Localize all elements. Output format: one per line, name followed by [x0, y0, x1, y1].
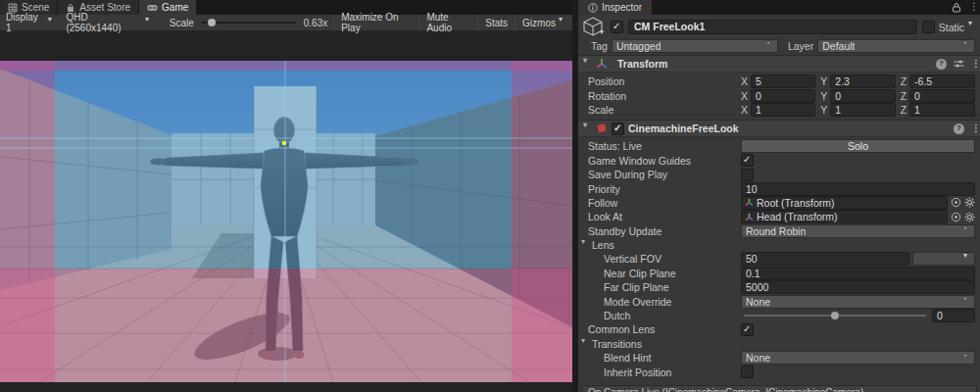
transitions-foldout[interactable]: Transitions	[578, 337, 980, 351]
position-label: Position	[578, 75, 741, 87]
cinemachine-enabled-checkbox[interactable]	[612, 122, 624, 135]
position-y-field[interactable]: 2.3	[830, 74, 895, 88]
inspector-menu-icon[interactable]	[969, 2, 973, 13]
mode-override-dropdown[interactable]: None	[741, 295, 975, 309]
lens-foldout[interactable]: Lens	[578, 238, 980, 252]
mute-audio-button[interactable]: Mute Audio	[418, 15, 477, 30]
game-window-guides-label: Game Window Guides	[578, 155, 741, 167]
tag-layer-row: Tag Untagged Layer Default	[582, 39, 975, 52]
axis-z-label: Z	[901, 104, 906, 116]
chevron-down-icon[interactable]	[968, 24, 975, 30]
transform-rows: Position X5 Y2.3 Z-6.5 Rotation X0 Y0 Z0	[578, 73, 980, 120]
game-render-viewport[interactable]	[0, 61, 572, 382]
chevron-down-icon	[963, 42, 970, 49]
cinemachine-header[interactable]: CinemachineFreeLook	[578, 121, 980, 137]
gameobject-header: CM FreeLook1 Static Tag Untagged Layer D…	[578, 15, 980, 55]
gizmos-dropdown[interactable]: Gizmos	[514, 15, 572, 30]
inherit-position-row: Inherit Position	[578, 365, 980, 378]
game-window-guides-checkbox[interactable]	[741, 154, 754, 167]
scale-y-field[interactable]: 1	[830, 103, 895, 117]
game-window-guides-row: Game Window Guides	[578, 154, 980, 168]
cinemachine-hard-zone-top[interactable]	[0, 61, 572, 71]
status-label: Status: Live	[578, 140, 741, 152]
help-icon[interactable]	[954, 123, 964, 134]
cinemachine-soft-zone[interactable]	[55, 71, 512, 269]
scale-z-field[interactable]: 1	[909, 103, 975, 117]
gameobject-name-field[interactable]: CM FreeLook1	[628, 20, 917, 34]
dutch-slider-knob[interactable]	[831, 312, 839, 319]
axis-z-label: Z	[901, 75, 906, 87]
dutch-row: Dutch 0	[578, 309, 980, 322]
blend-hint-dropdown[interactable]: None	[741, 351, 975, 365]
transform-icon	[745, 213, 754, 221]
inherit-position-checkbox[interactable]	[741, 366, 754, 378]
lock-icon[interactable]	[952, 2, 961, 13]
position-x-field[interactable]: 5	[751, 74, 815, 88]
gear-icon[interactable]	[964, 197, 975, 208]
transitions-label: Transitions	[592, 338, 642, 350]
look-at-object-field[interactable]: Head (Transform)	[741, 210, 948, 223]
standby-update-value: Round Robin	[746, 225, 806, 237]
inspector-strip-icons	[952, 0, 980, 15]
dutch-slider[interactable]	[744, 315, 926, 317]
common-lens-checkbox[interactable]	[741, 323, 754, 336]
inspector-panel: Inspector CM FreeLook1 Static	[578, 0, 980, 392]
far-clip-field[interactable]: 5000	[741, 280, 975, 294]
tag-value: Untagged	[616, 40, 662, 52]
chevron-down-icon	[145, 20, 152, 26]
component-menu-icon[interactable]	[971, 123, 975, 134]
axis-x-label: X	[741, 104, 748, 116]
display-dropdown[interactable]: Display 1	[0, 15, 60, 30]
transform-header[interactable]: Transform	[578, 56, 980, 73]
static-checkbox[interactable]	[922, 21, 935, 33]
layer-dropdown[interactable]: Default	[817, 39, 975, 53]
lens-label: Lens	[592, 239, 614, 251]
scale-label: Scale	[170, 18, 194, 28]
status-row: Status: Live Solo	[578, 139, 980, 153]
dutch-field[interactable]: 0	[932, 309, 975, 322]
rotation-row: Rotation X0 Y0 Z0	[578, 88, 980, 102]
stats-button[interactable]: Stats	[477, 15, 514, 30]
save-during-play-checkbox[interactable]	[741, 169, 754, 181]
vertical-fov-field[interactable]: 50	[741, 252, 909, 266]
chevron-down-icon	[963, 355, 970, 362]
gear-icon[interactable]	[964, 212, 975, 222]
scale-slider-knob[interactable]	[208, 19, 216, 26]
scale-row: Scale X1 Y1 Z1	[578, 103, 980, 117]
tab-inspector[interactable]: Inspector	[578, 0, 652, 15]
near-clip-field[interactable]: 0.1	[741, 267, 975, 280]
maximize-on-play-button[interactable]: Maximize On Play	[333, 15, 418, 30]
position-z-field[interactable]: -6.5	[909, 74, 975, 88]
scene-grid-icon	[8, 3, 18, 13]
rotation-x-field[interactable]: 0	[751, 89, 815, 103]
presets-icon[interactable]	[954, 59, 964, 69]
cinemachine-header-icons	[954, 123, 975, 134]
solo-button[interactable]: Solo	[741, 139, 975, 153]
cinemachine-icon	[596, 122, 608, 134]
fov-preset-dropdown[interactable]	[912, 252, 975, 266]
foldout-arrow-icon[interactable]	[583, 59, 592, 69]
axis-z-label: Z	[901, 90, 906, 102]
follow-object-field[interactable]: Root (Transform)	[741, 196, 948, 210]
cinemachine-hard-zone-bottom[interactable]	[0, 269, 572, 382]
tab-game[interactable]: Game	[139, 0, 196, 15]
gameobject-name-row: CM FreeLook1 Static	[582, 18, 975, 36]
gameobject-active-checkbox[interactable]	[611, 21, 623, 33]
component-menu-icon[interactable]	[971, 59, 975, 70]
help-icon[interactable]	[936, 59, 947, 70]
object-picker-icon[interactable]	[951, 212, 961, 222]
rotation-y-field[interactable]: 0	[830, 89, 895, 103]
foldout-arrow-icon[interactable]	[583, 123, 592, 133]
scale-slider[interactable]	[202, 22, 296, 24]
near-clip-label: Near Clip Plane	[578, 268, 741, 279]
object-picker-icon[interactable]	[951, 197, 961, 208]
resolution-dropdown[interactable]: QHD (2560x1440)	[60, 15, 157, 30]
gameobject-cube-icon[interactable]	[582, 17, 606, 37]
mode-override-row: Mode Override None	[578, 294, 980, 308]
rotation-z-field[interactable]: 0	[909, 89, 975, 103]
standby-update-dropdown[interactable]: Round Robin	[741, 224, 975, 238]
priority-field[interactable]: 10	[741, 182, 975, 196]
tag-dropdown[interactable]: Untagged	[612, 39, 778, 53]
scale-x-field[interactable]: 1	[751, 103, 815, 117]
dutch-label: Dutch	[578, 310, 741, 321]
